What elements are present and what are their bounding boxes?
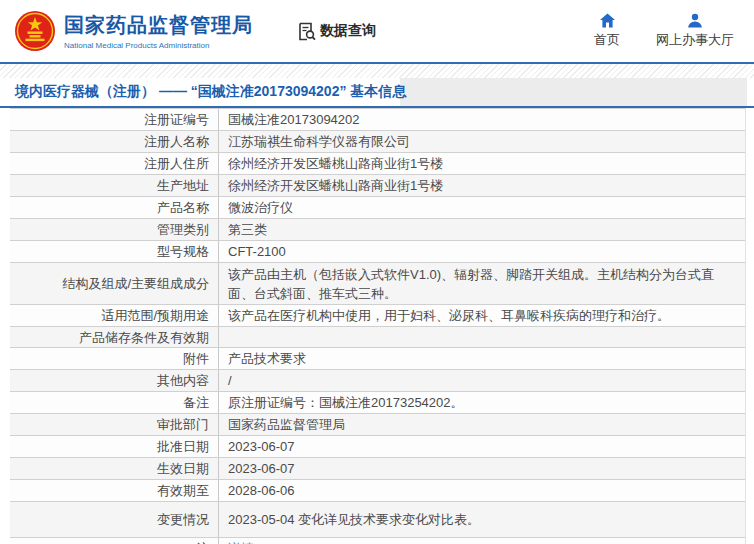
info-table: 注册证编号国械注准20173094202注册人名称江苏瑞祺生命科学仪器有限公司注… (10, 108, 746, 544)
row-value: 该产品由主机（包括嵌入式软件V1.0)、辐射器、脚踏开关组成。主机结构分为台式直… (218, 263, 745, 304)
row-label: 适用范围/预期用途 (10, 306, 218, 325)
row-value: 原注册证编号：国械注准20173254202。 (218, 392, 745, 413)
row-label: 型号规格 (10, 242, 218, 261)
row-value-text: 徐州经济开发区蟠桃山路商业街1号楼 (228, 154, 443, 173)
row-label: 生效日期 (10, 459, 218, 478)
row-label-text: 注 (196, 539, 209, 544)
row-value: 详情 (218, 538, 745, 544)
row-value-text: 2028-06-06 (228, 481, 295, 500)
user-icon (687, 13, 703, 28)
row-label: 备注 (10, 393, 218, 412)
row-label-text: 结构及组成/主要组成成分 (62, 274, 209, 293)
row-label-text: 变更情况 (157, 510, 209, 529)
breadcrumb-bar-fill (400, 78, 747, 106)
row-label-text: 注册证编号 (144, 110, 209, 129)
row-label: 注册人住所 (10, 154, 218, 173)
row-label: 生产地址 (10, 176, 218, 195)
row-value: 2023-06-07 (218, 458, 745, 479)
row-label: 注 (10, 539, 218, 544)
row-label: 附件 (10, 349, 218, 368)
row-value-text: 2023-06-07 (228, 459, 295, 478)
national-emblem-icon (14, 10, 56, 52)
row-label-text: 注册人住所 (144, 154, 209, 173)
table-row: 批准日期2023-06-07 (10, 436, 745, 458)
brand-text: 国家药品监督管理局 National Medical Products Admi… (64, 12, 253, 50)
table-row: 适用范围/预期用途该产品在医疗机构中使用，用于妇科、泌尿科、耳鼻喉科疾病的理疗和… (10, 305, 745, 327)
row-value: / (218, 370, 745, 391)
data-query-nav[interactable]: 数据查询 (297, 22, 376, 41)
agency-name-en: National Medical Products Administration (64, 41, 253, 50)
row-value-text: 2023-06-07 (228, 437, 295, 456)
brand: 国家药品监督管理局 National Medical Products Admi… (14, 10, 253, 52)
row-value: 产品技术要求 (218, 348, 745, 369)
hatch-band (0, 64, 754, 78)
nav-home-label: 首页 (594, 31, 620, 49)
table-row: 产品储存条件及有效期 (10, 327, 745, 348)
row-label: 有效期至 (10, 481, 218, 500)
table-row: 有效期至2028-06-06 (10, 480, 745, 502)
table-row: 生产地址徐州经济开发区蟠桃山路商业街1号楼 (10, 175, 745, 197)
row-label-text: 审批部门 (157, 415, 209, 434)
row-value-text: 国械注准20173094202 (228, 110, 360, 129)
detail-link[interactable]: 详情 (228, 539, 254, 544)
row-label-text: 备注 (183, 393, 209, 412)
table-row: 管理类别第三类 (10, 219, 745, 241)
row-label-text: 附件 (183, 349, 209, 368)
table-row: 生效日期2023-06-07 (10, 458, 745, 480)
row-label: 其他内容 (10, 371, 218, 390)
row-label-text: 型号规格 (157, 242, 209, 261)
row-value: 2023-06-07 (218, 436, 745, 457)
row-value: 徐州经济开发区蟠桃山路商业街1号楼 (218, 175, 745, 196)
nav-home[interactable]: 首页 (594, 13, 620, 49)
row-value: 国械注准20173094202 (218, 109, 745, 130)
table-row: 注详情 (10, 538, 745, 544)
row-value-text: 国家药品监督管理局 (228, 415, 345, 434)
row-value (218, 327, 745, 347)
row-label: 管理类别 (10, 220, 218, 239)
row-value-text: 产品技术要求 (228, 349, 306, 368)
row-label: 批准日期 (10, 437, 218, 456)
row-value-text: 江苏瑞祺生命科学仪器有限公司 (228, 132, 410, 151)
breadcrumb-text: 境内医疗器械（注册） —— “国械注准20173094202” 基本信息 (15, 83, 406, 101)
row-value: 该产品在医疗机构中使用，用于妇科、泌尿科、耳鼻喉科疾病的理疗和治疗。 (218, 305, 745, 326)
table-row: 附件产品技术要求 (10, 348, 745, 370)
nav-service-hall-label: 网上办事大厅 (656, 31, 734, 49)
row-value: 2028-06-06 (218, 480, 745, 501)
row-value-text: 第三类 (228, 220, 267, 239)
row-label: 注册人名称 (10, 132, 218, 151)
row-value-text: 微波治疗仪 (228, 198, 293, 217)
row-label-text: 注册人名称 (144, 132, 209, 151)
doc-search-icon (297, 22, 316, 41)
row-label-text: 产品储存条件及有效期 (79, 328, 209, 347)
table-row: 注册证编号国械注准20173094202 (10, 109, 745, 131)
breadcrumb-tab: 境内医疗器械（注册） —— “国械注准20173094202” 基本信息 (0, 78, 400, 106)
row-value: 2023-05-04 变化详见技术要求变化对比表。 (218, 502, 745, 537)
table-row: 变更情况2023-05-04 变化详见技术要求变化对比表。 (10, 502, 745, 538)
row-value: 第三类 (218, 219, 745, 240)
data-query-label: 数据查询 (320, 22, 376, 40)
table-row: 型号规格CFT-2100 (10, 241, 745, 263)
row-label-text: 批准日期 (157, 437, 209, 456)
home-icon (599, 13, 616, 28)
row-value-text: 该产品由主机（包括嵌入式软件V1.0)、辐射器、脚踏开关组成。主机结构分为台式直… (228, 265, 737, 303)
row-label-text: 产品名称 (157, 198, 209, 217)
breadcrumb-bar: 境内医疗器械（注册） —— “国械注准20173094202” 基本信息 (0, 78, 754, 108)
table-row: 结构及组成/主要组成成分该产品由主机（包括嵌入式软件V1.0)、辐射器、脚踏开关… (10, 263, 745, 305)
row-label-text: 适用范围/预期用途 (101, 306, 209, 325)
row-value-text: 该产品在医疗机构中使用，用于妇科、泌尿科、耳鼻喉科疾病的理疗和治疗。 (228, 306, 670, 325)
table-row: 注册人名称江苏瑞祺生命科学仪器有限公司 (10, 131, 745, 153)
row-value-text: / (228, 371, 232, 390)
row-label-text: 管理类别 (157, 220, 209, 239)
row-label: 结构及组成/主要组成成分 (10, 274, 218, 293)
row-value: 微波治疗仪 (218, 197, 745, 218)
nav-service-hall[interactable]: 网上办事大厅 (656, 13, 734, 49)
row-label: 变更情况 (10, 510, 218, 529)
table-row: 其他内容/ (10, 370, 745, 392)
row-value: 国家药品监督管理局 (218, 414, 745, 435)
top-nav: 首页 网上办事大厅 (594, 13, 734, 49)
row-label-text: 生产地址 (157, 176, 209, 195)
row-label-text: 有效期至 (157, 481, 209, 500)
agency-name-cn: 国家药品监督管理局 (64, 12, 253, 39)
row-value-text: 2023-05-04 变化详见技术要求变化对比表。 (228, 510, 480, 529)
table-row: 产品名称微波治疗仪 (10, 197, 745, 219)
